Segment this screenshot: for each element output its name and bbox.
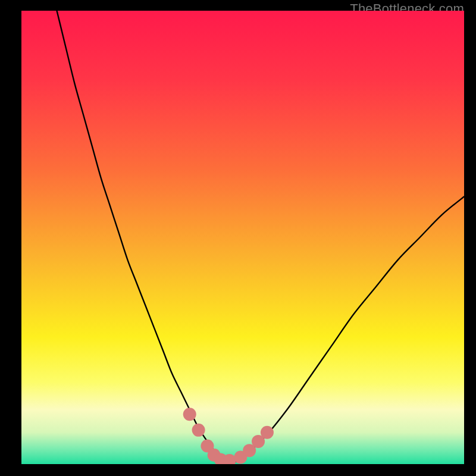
- highlight-dot: [192, 424, 205, 437]
- chart-background: [21, 11, 464, 464]
- highlight-dot: [183, 408, 196, 421]
- bottleneck-chart: [21, 11, 464, 464]
- highlight-dot: [261, 426, 274, 439]
- chart-frame: [21, 11, 464, 464]
